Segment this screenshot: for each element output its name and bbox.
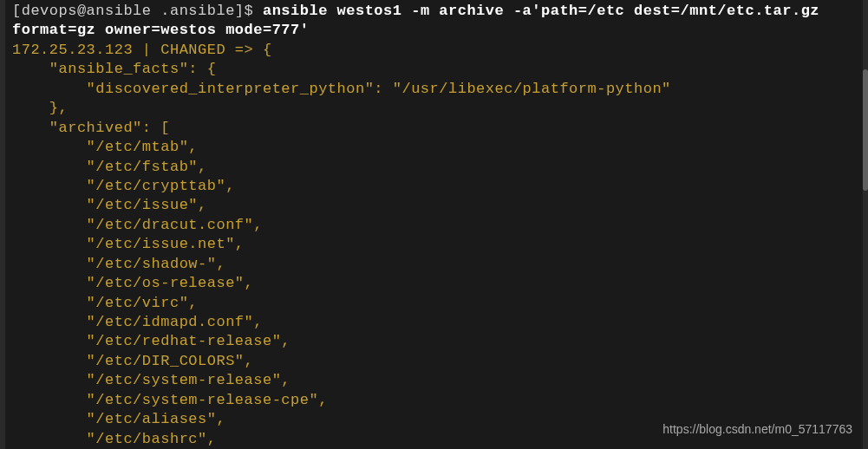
archived-file-item: "/etc/virc", [12,294,856,313]
archived-file-item: "/etc/mtab", [12,138,856,157]
archived-file-item: "/etc/os-release", [12,274,856,293]
facts-close: }, [12,99,856,118]
archived-file-item: "/etc/dracut.conf", [12,216,856,235]
archived-key: "archived": [ [12,119,856,138]
archived-file-list: "/etc/mtab", "/etc/fstab", "/etc/cryptta… [12,138,856,449]
host-status-line: 172.25.23.123 | CHANGED => { [12,41,856,60]
archived-file-item: "/etc/shadow-", [12,255,856,274]
command-text-1: ansible westos1 -m archive -a'path=/etc … [263,3,819,19]
archived-file-item: "/etc/redhat-release", [12,332,856,351]
archived-file-item: "/etc/system-release", [12,371,856,390]
interpreter-line: "discovered_interpreter_python": "/usr/l… [12,80,856,99]
archived-file-item: "/etc/fstab", [12,158,856,177]
terminal-window[interactable]: [devops@ansible .ansible]$ ansible westo… [5,0,863,449]
facts-key: "ansible_facts": { [12,60,856,79]
prompt-text: [devops@ansible .ansible]$ [12,3,263,19]
archived-file-item: "/etc/system-release-cpe", [12,391,856,410]
scrollbar-track[interactable] [863,0,868,449]
archived-file-item: "/etc/issue", [12,196,856,215]
archived-file-item: "/etc/DIR_COLORS", [12,352,856,371]
scrollbar-thumb[interactable] [863,69,868,191]
command-prompt-line2: format=gz owner=westos mode=777' [12,21,856,40]
watermark-text: https://blog.csdn.net/m0_57117763 [662,421,852,437]
archived-file-item: "/etc/crypttab", [12,177,856,196]
command-prompt-line1: [devops@ansible .ansible]$ ansible westo… [12,2,856,21]
archived-file-item: "/etc/idmapd.conf", [12,313,856,332]
archived-file-item: "/etc/issue.net", [12,235,856,254]
